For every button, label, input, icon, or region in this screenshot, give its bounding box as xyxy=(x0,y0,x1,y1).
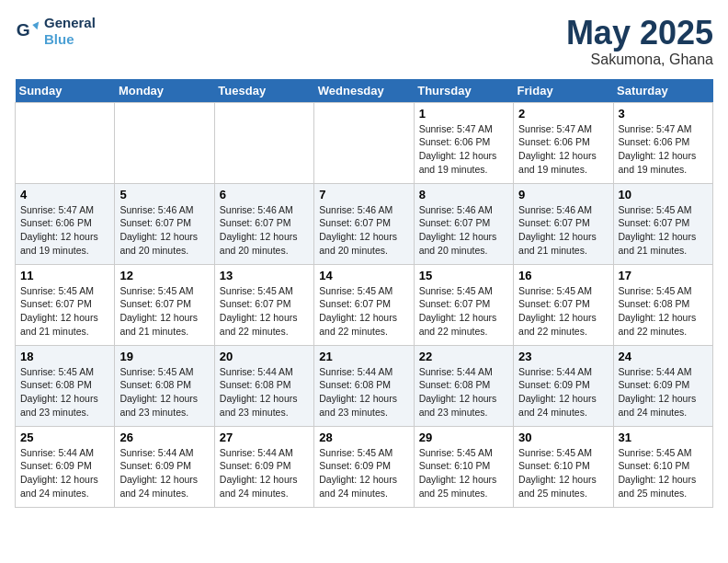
logo-icon: G xyxy=(15,18,40,44)
day-number: 15 xyxy=(419,269,508,282)
day-info: Sunrise: 5:44 AM Sunset: 6:08 PM Dayligh… xyxy=(319,365,408,419)
day-number: 1 xyxy=(419,107,508,121)
day-number: 17 xyxy=(619,269,708,282)
calendar-cell: 28Sunrise: 5:45 AM Sunset: 6:09 PM Dayli… xyxy=(314,426,414,507)
day-info: Sunrise: 5:47 AM Sunset: 6:06 PM Dayligh… xyxy=(419,122,508,177)
day-number: 2 xyxy=(518,107,608,121)
day-info: Sunrise: 5:45 AM Sunset: 6:08 PM Dayligh… xyxy=(619,284,708,339)
day-number: 9 xyxy=(518,188,608,201)
week-row-4: 18Sunrise: 5:45 AM Sunset: 6:08 PM Dayli… xyxy=(16,345,713,426)
day-number: 24 xyxy=(619,350,708,363)
calendar-cell: 9Sunrise: 5:46 AM Sunset: 6:07 PM Daylig… xyxy=(514,183,613,264)
day-info: Sunrise: 5:47 AM Sunset: 6:06 PM Dayligh… xyxy=(518,122,608,177)
day-info: Sunrise: 5:47 AM Sunset: 6:06 PM Dayligh… xyxy=(619,122,708,177)
logo-line1: General xyxy=(44,15,96,31)
calendar-cell: 25Sunrise: 5:44 AM Sunset: 6:09 PM Dayli… xyxy=(16,426,115,507)
day-info: Sunrise: 5:45 AM Sunset: 6:10 PM Dayligh… xyxy=(518,446,608,500)
month-title: May 2025 xyxy=(566,15,713,52)
day-number: 26 xyxy=(119,431,209,444)
calendar-cell: 6Sunrise: 5:46 AM Sunset: 6:07 PM Daylig… xyxy=(214,183,313,264)
day-info: Sunrise: 5:45 AM Sunset: 6:08 PM Dayligh… xyxy=(119,365,209,419)
calendar-cell: 26Sunrise: 5:44 AM Sunset: 6:09 PM Dayli… xyxy=(115,426,214,507)
calendar-cell: 11Sunrise: 5:45 AM Sunset: 6:07 PM Dayli… xyxy=(16,264,115,345)
svg-marker-1 xyxy=(32,22,39,30)
calendar-cell: 10Sunrise: 5:45 AM Sunset: 6:07 PM Dayli… xyxy=(613,183,712,264)
day-number: 29 xyxy=(419,431,508,444)
calendar-cell: 29Sunrise: 5:45 AM Sunset: 6:10 PM Dayli… xyxy=(414,426,513,507)
header-row: SundayMondayTuesdayWednesdayThursdayFrid… xyxy=(16,79,713,103)
day-info: Sunrise: 5:45 AM Sunset: 6:09 PM Dayligh… xyxy=(319,446,408,500)
day-number: 14 xyxy=(319,269,408,282)
calendar-cell: 8Sunrise: 5:46 AM Sunset: 6:07 PM Daylig… xyxy=(414,183,513,264)
day-number: 11 xyxy=(20,269,109,282)
title-block: May 2025 Sakumona, Ghana xyxy=(566,15,713,68)
col-header-monday: Monday xyxy=(115,79,214,103)
week-row-3: 11Sunrise: 5:45 AM Sunset: 6:07 PM Dayli… xyxy=(16,264,713,345)
day-info: Sunrise: 5:45 AM Sunset: 6:07 PM Dayligh… xyxy=(220,284,309,339)
calendar-cell: 1Sunrise: 5:47 AM Sunset: 6:06 PM Daylig… xyxy=(414,102,513,183)
day-number: 23 xyxy=(518,350,608,363)
day-number: 21 xyxy=(319,350,408,363)
day-number: 28 xyxy=(319,431,408,444)
day-info: Sunrise: 5:46 AM Sunset: 6:07 PM Dayligh… xyxy=(419,203,508,258)
day-number: 19 xyxy=(119,350,209,363)
calendar-table: SundayMondayTuesdayWednesdayThursdayFrid… xyxy=(15,79,713,508)
day-number: 27 xyxy=(220,431,309,444)
day-number: 4 xyxy=(20,188,109,201)
day-info: Sunrise: 5:46 AM Sunset: 6:07 PM Dayligh… xyxy=(518,203,608,258)
day-number: 3 xyxy=(619,107,708,121)
day-number: 13 xyxy=(220,269,309,282)
day-number: 25 xyxy=(20,431,109,444)
day-number: 30 xyxy=(518,431,608,444)
day-info: Sunrise: 5:44 AM Sunset: 6:09 PM Dayligh… xyxy=(119,446,209,500)
day-info: Sunrise: 5:44 AM Sunset: 6:09 PM Dayligh… xyxy=(518,365,608,419)
calendar-cell: 20Sunrise: 5:44 AM Sunset: 6:08 PM Dayli… xyxy=(214,345,313,426)
day-info: Sunrise: 5:46 AM Sunset: 6:07 PM Dayligh… xyxy=(319,203,408,258)
col-header-wednesday: Wednesday xyxy=(314,79,414,103)
day-number: 6 xyxy=(220,188,309,201)
day-info: Sunrise: 5:45 AM Sunset: 6:10 PM Dayligh… xyxy=(619,446,708,500)
week-row-1: 1Sunrise: 5:47 AM Sunset: 6:06 PM Daylig… xyxy=(16,102,713,183)
day-info: Sunrise: 5:45 AM Sunset: 6:07 PM Dayligh… xyxy=(619,203,708,258)
day-info: Sunrise: 5:46 AM Sunset: 6:07 PM Dayligh… xyxy=(119,203,209,258)
day-number: 10 xyxy=(619,188,708,201)
day-info: Sunrise: 5:45 AM Sunset: 6:07 PM Dayligh… xyxy=(119,284,209,339)
calendar-cell xyxy=(314,102,414,183)
calendar-cell: 18Sunrise: 5:45 AM Sunset: 6:08 PM Dayli… xyxy=(16,345,115,426)
day-info: Sunrise: 5:44 AM Sunset: 6:09 PM Dayligh… xyxy=(619,365,708,419)
day-info: Sunrise: 5:45 AM Sunset: 6:07 PM Dayligh… xyxy=(518,284,608,339)
day-number: 16 xyxy=(518,269,608,282)
calendar-cell: 5Sunrise: 5:46 AM Sunset: 6:07 PM Daylig… xyxy=(115,183,214,264)
logo: G General Blue xyxy=(15,15,96,48)
calendar-cell: 27Sunrise: 5:44 AM Sunset: 6:09 PM Dayli… xyxy=(214,426,313,507)
calendar-cell: 23Sunrise: 5:44 AM Sunset: 6:09 PM Dayli… xyxy=(514,345,613,426)
day-number: 5 xyxy=(119,188,209,201)
day-number: 12 xyxy=(119,269,209,282)
day-number: 7 xyxy=(319,188,408,201)
calendar-cell xyxy=(16,102,115,183)
calendar-cell: 31Sunrise: 5:45 AM Sunset: 6:10 PM Dayli… xyxy=(613,426,712,507)
day-number: 8 xyxy=(419,188,508,201)
col-header-thursday: Thursday xyxy=(414,79,513,103)
calendar-cell: 7Sunrise: 5:46 AM Sunset: 6:07 PM Daylig… xyxy=(314,183,414,264)
day-number: 22 xyxy=(419,350,508,363)
day-info: Sunrise: 5:45 AM Sunset: 6:10 PM Dayligh… xyxy=(419,446,508,500)
day-info: Sunrise: 5:45 AM Sunset: 6:07 PM Dayligh… xyxy=(319,284,408,339)
col-header-sunday: Sunday xyxy=(16,79,115,103)
day-number: 20 xyxy=(220,350,309,363)
day-info: Sunrise: 5:45 AM Sunset: 6:08 PM Dayligh… xyxy=(20,365,109,419)
calendar-cell: 4Sunrise: 5:47 AM Sunset: 6:06 PM Daylig… xyxy=(16,183,115,264)
calendar-cell xyxy=(214,102,313,183)
calendar-cell: 13Sunrise: 5:45 AM Sunset: 6:07 PM Dayli… xyxy=(214,264,313,345)
calendar-cell: 15Sunrise: 5:45 AM Sunset: 6:07 PM Dayli… xyxy=(414,264,513,345)
col-header-tuesday: Tuesday xyxy=(214,79,313,103)
day-info: Sunrise: 5:46 AM Sunset: 6:07 PM Dayligh… xyxy=(220,203,309,258)
calendar-cell: 3Sunrise: 5:47 AM Sunset: 6:06 PM Daylig… xyxy=(613,102,712,183)
day-info: Sunrise: 5:44 AM Sunset: 6:09 PM Dayligh… xyxy=(220,446,309,500)
calendar-cell: 12Sunrise: 5:45 AM Sunset: 6:07 PM Dayli… xyxy=(115,264,214,345)
calendar-cell: 22Sunrise: 5:44 AM Sunset: 6:08 PM Dayli… xyxy=(414,345,513,426)
day-info: Sunrise: 5:47 AM Sunset: 6:06 PM Dayligh… xyxy=(20,203,109,258)
calendar-cell xyxy=(115,102,214,183)
logo-line2: Blue xyxy=(44,31,96,48)
calendar-cell: 2Sunrise: 5:47 AM Sunset: 6:06 PM Daylig… xyxy=(514,102,613,183)
